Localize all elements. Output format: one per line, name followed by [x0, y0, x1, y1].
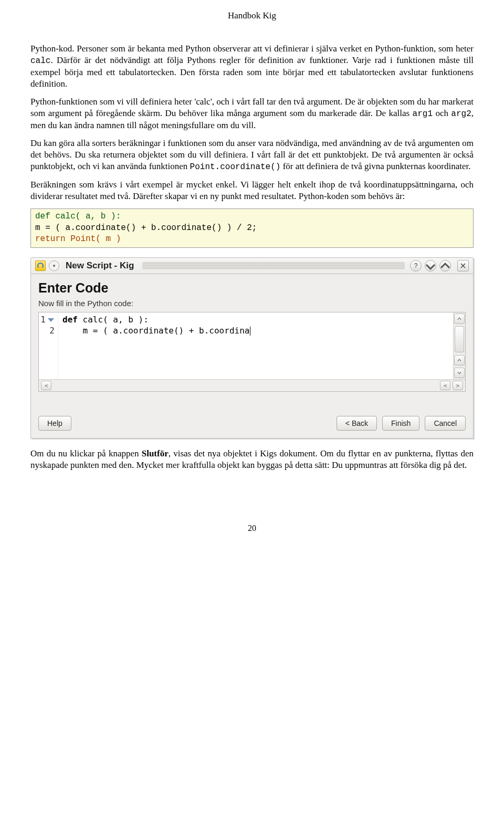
titlebar: New Script - Kig ? [30, 257, 474, 274]
scroll-thumb[interactable] [455, 326, 464, 352]
inline-code: arg2 [451, 109, 471, 119]
scroll-up-icon[interactable] [454, 314, 465, 324]
line-number: 1 [40, 315, 46, 326]
scroll-left-icon[interactable]: < [440, 381, 450, 390]
inline-code: arg1 [413, 109, 433, 119]
page-number: 20 [30, 524, 474, 533]
back-button[interactable]: < Back [337, 416, 377, 431]
caret-icon [250, 327, 250, 336]
paragraph-4: Beräkningen som krävs i vårt exempel är … [30, 179, 474, 202]
close-button[interactable] [457, 260, 469, 271]
button-row: Help < Back Finish Cancel [38, 416, 466, 431]
paragraph-2: Python-funktionen som vi vill definiera … [30, 96, 474, 131]
text: Om du nu klickar på knappen [30, 448, 142, 458]
window-title: New Script - Kig [62, 260, 137, 271]
minimize-button[interactable] [425, 260, 436, 271]
bold-text: Slutför [142, 448, 169, 458]
text: och [433, 108, 451, 118]
cancel-button[interactable]: Cancel [425, 416, 466, 431]
inline-code: calc [30, 56, 50, 66]
paragraph-3: Du kan göra alla sorters beräkningar i f… [30, 138, 474, 173]
code-editor[interactable]: 1 2 def calc( a, b ): m = ( a.coordinate… [38, 312, 466, 392]
line-number: 2 [49, 326, 55, 337]
pin-icon[interactable] [49, 260, 59, 271]
help-button[interactable]: ? [410, 260, 422, 271]
scroll-down-icon[interactable] [454, 368, 465, 378]
vertical-scrollbar[interactable] [453, 312, 465, 379]
paragraph-1: Python-kod. Personer som är bekanta med … [30, 43, 474, 90]
fold-icon[interactable] [48, 318, 54, 322]
dialog-subtitle: Now fill in the Python code: [38, 299, 466, 308]
editor-content: 1 2 def calc( a, b ): m = ( a.coordinate… [39, 312, 465, 379]
code-area[interactable]: def calc( a, b ): m = ( a.coordinate() +… [58, 312, 453, 379]
scroll-left-icon[interactable]: < [41, 381, 51, 390]
scroll-right-icon[interactable]: > [453, 381, 463, 390]
dialog: New Script - Kig ? Enter Code Now fill i… [30, 257, 474, 438]
paragraph-5: Om du nu klickar på knappen Slutför, vis… [30, 448, 474, 471]
code-line: return Point( m ) [35, 234, 121, 244]
code-line: def calc( a, b ): [35, 212, 121, 221]
text: för att definiera de två givna punkterna… [280, 161, 470, 171]
doc-header: Handbok Kig [30, 11, 474, 21]
code-text: m = ( a.coordinate() + b.coordina [62, 326, 249, 336]
text: Python-funktionen som vi vill definiera … [30, 97, 474, 118]
titlebar-groove [142, 262, 405, 269]
text: Python-kod. Personer som är bekanta med … [30, 44, 474, 54]
dialog-heading: Enter Code [38, 280, 466, 296]
text: . Därför är det nödvändigt att följa Pyt… [30, 55, 474, 89]
finish-button[interactable]: Finish [382, 416, 419, 431]
app-icon [35, 260, 46, 271]
dialog-body: Enter Code Now fill in the Python code: … [30, 274, 474, 438]
horizontal-scrollbar[interactable]: < < > [39, 379, 465, 391]
help-button[interactable]: Help [38, 416, 71, 431]
scroll-up-icon[interactable] [454, 355, 465, 365]
line-gutter: 1 2 [39, 312, 58, 379]
code-block: def calc( a, b ): m = ( a.coordinate() +… [30, 208, 474, 248]
code-text: calc( a, b ): [78, 315, 149, 325]
page: Handbok Kig Python-kod. Personer som är … [0, 0, 504, 554]
inline-code: Point.coordinate() [190, 162, 281, 172]
maximize-button[interactable] [439, 260, 451, 271]
code-line: m = ( a.coordinate() + b.coordinate() ) … [35, 223, 257, 233]
code-keyword: def [62, 315, 78, 325]
